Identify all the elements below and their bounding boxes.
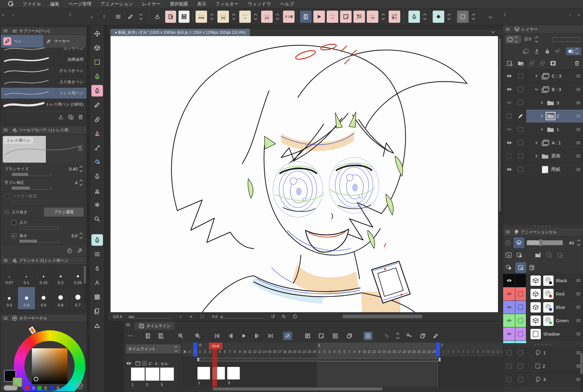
in-out-mode-dropdown[interactable]: ブラシ濃度 bbox=[44, 208, 84, 217]
color-circle-menu-icon[interactable] bbox=[1, 316, 10, 320]
merge-down-icon[interactable] bbox=[540, 61, 545, 66]
pan-chevrons[interactable] bbox=[209, 11, 215, 23]
cel-window-button-active[interactable] bbox=[300, 11, 312, 23]
menu-4[interactable]: レイヤー bbox=[142, 1, 161, 6]
export-movie-icon[interactable] bbox=[179, 11, 189, 23]
pan-view-button[interactable]: - · -PAN bbox=[196, 11, 207, 23]
sv-marker[interactable] bbox=[34, 377, 38, 381]
go-first-frame[interactable] bbox=[213, 332, 222, 340]
edit-timeline[interactable] bbox=[431, 332, 440, 340]
transparent-color-swatch[interactable] bbox=[3, 385, 18, 391]
layer-thumbnail-setting[interactable] bbox=[506, 35, 521, 43]
brush-item-4[interactable]: トレス用ペン bbox=[1, 88, 87, 99]
brush-size-0.6[interactable]: 0.6 bbox=[52, 287, 69, 309]
effect-line-tool[interactable] bbox=[91, 199, 103, 211]
layer-row-A:1[interactable]: A : 1 bbox=[503, 136, 583, 150]
track-thumb-1[interactable] bbox=[131, 367, 145, 381]
layer-row-原画[interactable]: 原画 bbox=[503, 150, 583, 163]
layer-checkbox[interactable] bbox=[515, 163, 526, 176]
layer-checkbox[interactable] bbox=[515, 136, 526, 149]
timeline-cel-1[interactable] bbox=[197, 367, 210, 380]
layer-row-2[interactable]: 2 bbox=[503, 110, 583, 123]
relative-onion-toggle[interactable] bbox=[515, 262, 526, 273]
tool-property-menu-icon[interactable] bbox=[1, 128, 10, 132]
eyedropper-tool[interactable] bbox=[91, 142, 103, 154]
cel-number-row-3[interactable]: 3 bbox=[503, 373, 583, 386]
in-out-collapse-icon[interactable]: − bbox=[5, 210, 9, 214]
new-timeline[interactable]: ＋ bbox=[156, 332, 165, 340]
cel-visibility[interactable] bbox=[503, 274, 515, 287]
move-tool[interactable] bbox=[91, 28, 103, 39]
menu-7[interactable]: フィルター bbox=[215, 1, 238, 6]
cel-search-icon[interactable] bbox=[547, 252, 552, 258]
in-checkbox[interactable] bbox=[11, 220, 16, 225]
decoration-tool[interactable] bbox=[91, 185, 103, 196]
pencil-tool[interactable] bbox=[91, 99, 103, 111]
airbrush-tool[interactable] bbox=[91, 128, 103, 139]
lock-layer-icon[interactable] bbox=[545, 49, 550, 54]
vector-pen-chevrons[interactable] bbox=[422, 11, 428, 23]
layer-panel-menu-icon[interactable] bbox=[503, 28, 512, 31]
lock-icon[interactable] bbox=[78, 146, 82, 151]
cel-visibility[interactable] bbox=[503, 314, 515, 327]
cel-layer-black[interactable]: Black bbox=[503, 274, 583, 287]
link-cels[interactable] bbox=[382, 332, 391, 340]
curve-editor[interactable] bbox=[126, 332, 135, 340]
all-cels-onion-icon[interactable] bbox=[529, 265, 535, 270]
menu-5[interactable]: 選択範囲 bbox=[170, 1, 188, 6]
collapse-right-icons[interactable]: ›» bbox=[569, 12, 580, 17]
export-icon[interactable] bbox=[165, 11, 176, 23]
layer-expander[interactable] bbox=[535, 88, 539, 91]
auto-select-tool[interactable] bbox=[91, 56, 103, 68]
menu-0[interactable]: ファイル bbox=[22, 1, 41, 6]
draw-on-cel-toggle[interactable] bbox=[566, 47, 581, 55]
tab-list-chevron-icon[interactable] bbox=[492, 30, 494, 33]
eraser-tool[interactable] bbox=[91, 113, 103, 125]
cel-checkbox[interactable] bbox=[515, 301, 526, 314]
brush-size-slider[interactable] bbox=[12, 173, 51, 176]
onion-skin-layers-toggle[interactable] bbox=[513, 237, 524, 248]
new-layer-icon[interactable] bbox=[507, 61, 513, 66]
go-last-frame[interactable] bbox=[266, 332, 275, 340]
panel-splitter[interactable]: • • • • • bbox=[503, 225, 583, 228]
layer-visibility[interactable] bbox=[503, 150, 515, 163]
brush-item-0[interactable]: カブラペン bbox=[1, 48, 87, 54]
stabilization-stepper[interactable] bbox=[79, 180, 84, 185]
onion-settings[interactable] bbox=[418, 332, 427, 340]
selection-button[interactable] bbox=[457, 11, 469, 23]
cel-visibility[interactable] bbox=[503, 301, 515, 314]
cel-checkbox[interactable] bbox=[515, 274, 526, 287]
delete-cel[interactable] bbox=[331, 332, 340, 340]
auto-action-button[interactable]: - · -[A] bbox=[217, 11, 229, 23]
cel-delete-icon[interactable] bbox=[557, 252, 563, 258]
rough-genga-button[interactable]: ラフ原 bbox=[283, 11, 295, 23]
enable-light-table[interactable] bbox=[363, 332, 373, 340]
layer-row-3[interactable]: 3 bbox=[503, 96, 583, 110]
anim-a-button[interactable]: - · -[A] bbox=[261, 11, 273, 23]
layer-expander[interactable] bbox=[535, 154, 539, 158]
koma-okuri-button[interactable]: コマ送り bbox=[389, 11, 400, 23]
brush-size-0.07[interactable]: 0.07 bbox=[1, 265, 18, 287]
toolbar-handle[interactable]: ‖ bbox=[103, 11, 105, 23]
layer-visibility[interactable] bbox=[503, 110, 515, 123]
menu-9[interactable]: ヘルプ bbox=[280, 1, 294, 6]
play-animation-button[interactable] bbox=[313, 11, 325, 23]
operation-tool[interactable] bbox=[91, 42, 103, 54]
command-bar-menu[interactable] bbox=[113, 11, 123, 23]
cel-layer-blue[interactable]: Blue bbox=[503, 301, 583, 314]
timeline-tracks[interactable]: 123 bbox=[182, 357, 503, 387]
prev-frame[interactable] bbox=[226, 332, 235, 340]
track-thumb-2[interactable] bbox=[145, 367, 159, 381]
zoom-in-button[interactable]: + bbox=[186, 314, 196, 319]
layer-expander[interactable] bbox=[535, 74, 539, 78]
onion-color-icon[interactable] bbox=[506, 265, 512, 270]
cel-checkbox[interactable] bbox=[515, 287, 526, 300]
timeline-zoom-in[interactable] bbox=[193, 332, 202, 340]
export-cels-icon[interactable] bbox=[535, 252, 542, 258]
clip-to-layer-icon[interactable] bbox=[523, 49, 529, 54]
layer-checkbox[interactable] bbox=[515, 123, 526, 136]
menu-8[interactable]: ウィンドウ bbox=[248, 1, 271, 6]
canvas-horizontal-scrollbar[interactable] bbox=[342, 315, 423, 318]
cel-checkbox[interactable] bbox=[515, 314, 526, 327]
zoom-out-button[interactable]: − bbox=[176, 314, 186, 319]
